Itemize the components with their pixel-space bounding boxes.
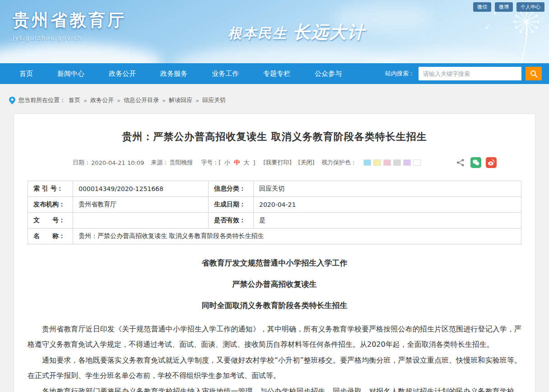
cloud-decoration	[0, 43, 163, 63]
info-class-value: 回应关切	[254, 181, 521, 197]
font-large-button[interactable]: 大	[242, 159, 251, 167]
eye-color-swatch-purple[interactable]	[403, 159, 411, 166]
site-search: 站内搜索：	[385, 67, 542, 80]
article-source: 来源： 贵阳晚报	[151, 159, 193, 167]
site-header: 微信 微博 个人中心 贵州省教育厅 jyt.guizhou.gov.cn 根本民…	[0, 0, 549, 63]
site-title: 贵州省教育厅	[13, 9, 126, 32]
font-size-label: 字号：[	[200, 159, 222, 167]
doc-number-label: 文 号：	[28, 213, 73, 229]
eye-color-swatch-yellow[interactable]	[373, 159, 381, 166]
eye-protect-label: 视力保护色：	[321, 159, 357, 167]
wechat-share-icon[interactable]	[470, 157, 481, 168]
site-logo: 贵州省教育厅 jyt.guizhou.gov.cn	[13, 9, 126, 41]
breadcrumb: 您当前所在位置： 首页 » 政务公开 » 信息公开目录 » 解读回应 » 回应关…	[0, 84, 549, 113]
table-row: 文 号： 是否有效： 是	[28, 213, 521, 229]
article-title: 贵州：严禁公办普高招收复读生 取消义务教育阶段各类特长生招生	[28, 130, 521, 144]
search-input[interactable]	[419, 67, 521, 80]
share-buttons	[455, 157, 497, 168]
source-label: 来源：	[151, 159, 168, 167]
eye-color-swatch-white[interactable]	[413, 159, 421, 166]
breadcrumb-item-interpretation[interactable]: 解读回应	[169, 96, 192, 104]
slogan-part-1: 根本民生	[228, 25, 288, 41]
nav-list: 首页 新闻中心 政务公开 政务服务 业务工作 专题专栏 公众参与	[7, 63, 354, 84]
slogan-part-2: 长远大计	[293, 22, 365, 42]
index-number-label: 索 引 号：	[28, 181, 73, 197]
article-meta: 日期： 2020-04-21 10:09 来源： 贵阳晚报 字号：[ 小 中 大…	[73, 157, 497, 168]
publisher-value: 贵州省教育厅	[73, 197, 209, 213]
location-pin-icon	[9, 97, 15, 104]
share-icon[interactable]	[455, 157, 466, 168]
nav-item-business[interactable]: 业务工作	[200, 63, 251, 84]
article-subheading-1: 省教育厅发文规范普通中小学招生入学工作	[28, 258, 521, 268]
table-row: 索 引 号： 000014349/2020-1251668 信息分类： 回应关切	[28, 181, 521, 197]
article-paragraph: 贵州省教育厅近日印发《关于规范普通中小学招生入学工作的通知》，其中明确，所有义务…	[28, 322, 521, 352]
name-value: 贵州：严禁公办普高招收复读生 取消义务教育阶段各类特长生招生	[73, 229, 521, 244]
breadcrumb-separator: »	[117, 97, 121, 104]
nav-item-special-columns[interactable]: 专题专栏	[251, 63, 302, 84]
personal-center-link[interactable]: 个人中心	[516, 2, 544, 12]
print-button[interactable]: [我要打印]	[263, 159, 291, 167]
font-medium-button[interactable]: 中	[233, 159, 241, 167]
nav-item-news[interactable]: 新闻中心	[45, 63, 97, 84]
site-url: jyt.guizhou.gov.cn	[13, 34, 126, 41]
weibo-share-icon[interactable]	[486, 157, 497, 168]
eye-color-swatch-gray[interactable]	[393, 159, 401, 166]
document-info-table: 索 引 号： 000014349/2020-1251668 信息分类： 回应关切…	[28, 181, 521, 244]
info-class-label: 信息分类：	[209, 181, 254, 197]
eye-protect-swatches	[363, 159, 421, 166]
validity-value: 是	[254, 213, 521, 229]
header-quick-links: 微信 微博 个人中心	[473, 2, 544, 12]
eye-color-swatch-blue[interactable]	[363, 159, 371, 166]
close-button[interactable]: [关闭]	[298, 159, 314, 167]
wechat-link[interactable]: 微信	[473, 2, 491, 12]
cloud-decoration	[172, 45, 406, 63]
eye-color-swatch-pink[interactable]	[383, 159, 391, 166]
breadcrumb-item-response[interactable]: 回应关切	[202, 96, 226, 104]
article-subheading-2: 严禁公办普高招收复读生	[28, 279, 521, 289]
generate-date-value: 2020-04-21	[254, 197, 521, 213]
font-size-bracket: ]	[251, 159, 256, 166]
table-row: 发布机构： 贵州省教育厅 生成日期： 2020-04-21	[28, 197, 521, 213]
article-card: 贵州：严禁公办普高招收复读生 取消义务教育阶段各类特长生招生 日期： 2020-…	[14, 113, 535, 392]
nav-item-home[interactable]: 首页	[7, 63, 45, 84]
weibo-link[interactable]: 微博	[495, 2, 513, 12]
search-icon	[530, 70, 538, 78]
site-slogan: 根本民生长远大计	[228, 21, 365, 44]
source-value: 贵阳晚报	[169, 159, 193, 167]
breadcrumb-prefix: 您当前所在位置：	[19, 96, 65, 104]
nav-item-gov-affairs[interactable]: 政务公开	[97, 63, 148, 84]
doc-number-value	[73, 213, 209, 229]
table-row: 名 称： 贵州：严禁公办普高招收复读生 取消义务教育阶段各类特长生招生	[28, 229, 521, 244]
article-paragraph: 通知要求，各地既要落实义务教育免试就近入学制度，又要做好农村学校“小升初”整班移…	[28, 353, 521, 383]
breadcrumb-item-gov-affairs[interactable]: 政务公开	[90, 96, 114, 104]
breadcrumb-item-info-catalog[interactable]: 信息公开目录	[124, 96, 159, 104]
nav-item-public-participation[interactable]: 公众参与	[302, 63, 354, 84]
breadcrumb-separator: »	[195, 97, 199, 104]
article-date: 日期： 2020-04-21 10:09	[73, 159, 144, 167]
breadcrumb-separator: »	[162, 97, 166, 104]
name-label: 名 称：	[28, 229, 73, 244]
breadcrumb-item-home[interactable]: 首页	[69, 96, 80, 104]
date-value: 2020-04-21 10:09	[91, 159, 144, 166]
nav-item-gov-services[interactable]: 政务服务	[148, 63, 200, 84]
search-button[interactable]	[526, 67, 542, 80]
article-paragraph: 各地教育行政部门要将民办义务教育学校招生纳入审批地统一管理，与公办学校同步招生、…	[28, 384, 521, 392]
date-label: 日期：	[73, 159, 90, 167]
generate-date-label: 生成日期：	[209, 197, 254, 213]
main-navigation: 首页 新闻中心 政务公开 政务服务 业务工作 专题专栏 公众参与 站内搜索：	[0, 63, 549, 84]
font-size-control: 字号：[ 小 中 大 ]	[200, 159, 256, 167]
breadcrumb-separator: »	[84, 97, 87, 104]
article-subheading-3: 同时全面取消义务教育阶段各类特长生招生	[28, 300, 521, 311]
index-number-value: 000014349/2020-1251668	[73, 181, 209, 197]
validity-label: 是否有效：	[209, 213, 254, 229]
search-label: 站内搜索：	[385, 70, 414, 78]
font-small-button[interactable]: 小	[223, 159, 232, 167]
publisher-label: 发布机构：	[28, 197, 73, 213]
